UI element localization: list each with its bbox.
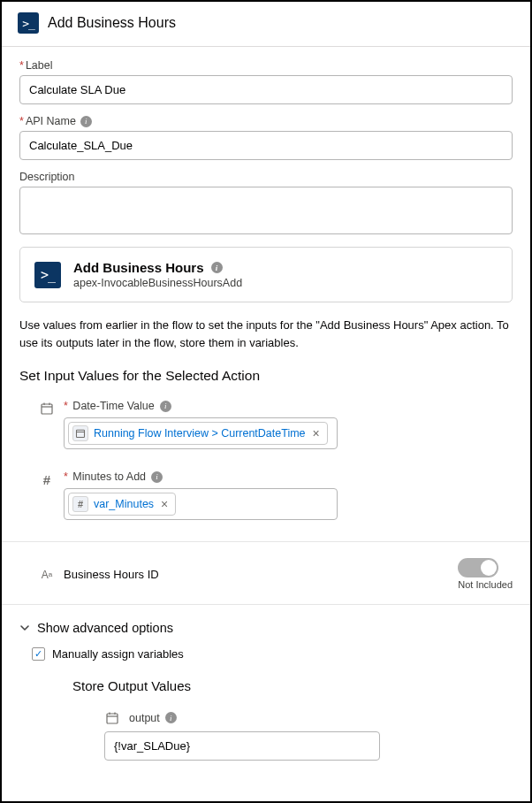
action-card-title: Add Business Hours (73, 260, 242, 275)
divider (2, 541, 530, 542)
business-hours-id-label: Business Hours ID (64, 568, 159, 581)
store-output-heading: Store Output Values (72, 678, 513, 693)
include-toggle[interactable] (458, 558, 498, 577)
business-hours-id-row: Aa Business Hours ID Not Included (19, 558, 513, 590)
apex-action-icon (34, 262, 61, 288)
info-icon[interactable] (151, 471, 163, 483)
action-summary-card: Add Business Hours apex-InvocableBusines… (19, 247, 513, 302)
remove-pill-icon[interactable]: × (159, 497, 170, 511)
info-icon[interactable] (160, 401, 171, 412)
label-field-label: *Label (19, 59, 513, 72)
output-label: output (129, 712, 177, 724)
svg-rect-4 (77, 431, 85, 438)
minutes-value-input[interactable]: # var_Minutes × (64, 488, 338, 520)
number-pill-icon: # (72, 496, 88, 512)
svg-rect-6 (107, 714, 118, 723)
checkbox-icon (32, 647, 45, 661)
output-field-row: output (104, 709, 513, 726)
required-indicator: * (19, 59, 24, 72)
required-indicator: * (64, 470, 68, 483)
output-variable-input[interactable] (104, 731, 380, 761)
divider (2, 604, 530, 605)
minutes-pill: # var_Minutes × (68, 493, 176, 516)
action-config-panel: Add Business Hours *Label *API Name Desc… (0, 0, 532, 803)
datetime-pill-icon (72, 425, 88, 441)
chevron-down-icon (19, 623, 30, 633)
required-indicator: * (64, 400, 68, 412)
info-icon[interactable] (165, 712, 177, 723)
manually-assign-checkbox-row[interactable]: Manually assign variables (32, 647, 513, 661)
panel-title: Add Business Hours (48, 15, 176, 31)
label-input[interactable] (19, 75, 513, 104)
svg-rect-0 (42, 404, 52, 414)
text-type-icon: Aa (39, 567, 55, 583)
description-field-label: Description (19, 171, 513, 183)
manually-assign-label: Manually assign variables (52, 647, 184, 661)
datetime-value-input[interactable]: Running Flow Interview > CurrentDateTime… (64, 417, 338, 449)
datetime-pill-text: Running Flow Interview > CurrentDateTime (94, 427, 306, 440)
help-text: Use values from earlier in the flow to s… (19, 317, 513, 352)
remove-pill-icon[interactable]: × (311, 426, 322, 440)
datetime-label: * Date-Time Value (64, 400, 513, 412)
minutes-pill-text: var_Minutes (94, 498, 154, 510)
apex-action-icon (18, 12, 39, 34)
datetime-type-icon (104, 710, 120, 726)
toggle-state-label: Not Included (458, 579, 513, 590)
api-name-input[interactable] (19, 131, 513, 160)
datetime-type-icon (39, 401, 55, 417)
datetime-pill: Running Flow Interview > CurrentDateTime… (68, 422, 328, 445)
panel-header: Add Business Hours (2, 2, 530, 47)
api-name-field-label: *API Name (19, 115, 513, 127)
description-field: Description (19, 171, 513, 234)
input-values-heading: Set Input Values for the Selected Action (19, 368, 513, 384)
minutes-label: * Minutes to Add (64, 470, 513, 483)
form-body: *Label *API Name Description Add Busines… (2, 47, 530, 761)
label-field: *Label (19, 59, 513, 104)
description-input[interactable] (19, 187, 513, 234)
required-indicator: * (19, 115, 24, 127)
api-name-field: *API Name (19, 115, 513, 160)
advanced-options-toggle[interactable]: Show advanced options (19, 621, 513, 635)
minutes-input-row: # * Minutes to Add # var_Minutes × (19, 470, 513, 520)
datetime-input-row: * Date-Time Value Running Flow Interview… (19, 400, 513, 449)
number-type-icon: # (39, 471, 55, 487)
info-icon[interactable] (211, 262, 223, 273)
action-card-subtitle: apex-InvocableBusinessHoursAdd (73, 277, 242, 289)
info-icon[interactable] (80, 116, 92, 127)
